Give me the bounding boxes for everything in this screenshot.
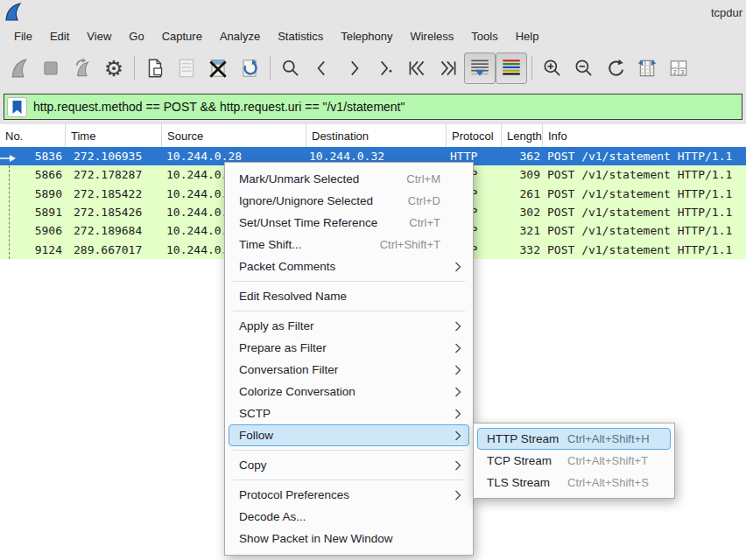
column-header-length[interactable]: Length [502, 124, 543, 147]
column-header-time[interactable]: Time [66, 124, 162, 147]
first-packet-button[interactable] [401, 52, 433, 84]
menu-item-decode-as[interactable]: Decode As... [229, 506, 469, 528]
cell-no: 5890 [0, 187, 66, 200]
menu-item-apply-as-filter[interactable]: Apply as Filter [229, 315, 469, 337]
submenu-item-tcp-stream[interactable]: TCP Stream Ctrl+Alt+Shift+T [477, 450, 671, 472]
wireshark-fin-icon [3, 2, 24, 26]
toolbar-separator [134, 56, 135, 80]
stop-capture-button[interactable] [35, 52, 67, 84]
filter-toolbar: http.request.method == POST && http.requ… [0, 89, 746, 124]
zoom-out-icon [573, 57, 595, 80]
open-file-icon [144, 57, 166, 80]
main-toolbar: ⚙ [0, 47, 746, 89]
resize-columns-button[interactable] [631, 52, 663, 84]
menu-item-prepare-as-filter[interactable]: Prepare as Filter [229, 337, 469, 359]
zoom-out-button[interactable] [568, 52, 600, 84]
submenu-item-http-stream[interactable]: HTTP Stream Ctrl+Alt+Shift+H [477, 428, 671, 450]
save-file-button[interactable] [171, 52, 202, 84]
submenu-chevron-icon [454, 261, 461, 272]
submenu-chevron-icon [454, 408, 461, 419]
open-file-button[interactable] [139, 52, 171, 84]
menu-item-packet-comments[interactable]: Packet Comments [229, 256, 469, 277]
start-capture-button[interactable] [4, 52, 35, 84]
menu-item-copy[interactable]: Copy [229, 454, 469, 476]
menu-tools[interactable]: Tools [462, 26, 506, 46]
start-capture-fin-icon [8, 57, 31, 80]
capture-options-button[interactable]: ⚙ [98, 52, 130, 84]
submenu-item-label: TCP Stream [487, 454, 567, 467]
menu-item-shortcut: Ctrl+D [408, 194, 440, 207]
menu-analyze[interactable]: Analyze [211, 26, 269, 46]
zoom-reset-icon [604, 57, 627, 80]
menu-item-label: Apply as Filter [239, 319, 314, 332]
auto-scroll-button[interactable] [464, 52, 496, 84]
submenu-chevron-icon [454, 342, 461, 354]
menu-item-label: Packet Comments [239, 260, 335, 273]
go-to-packet-button[interactable] [369, 52, 401, 84]
menu-item-follow[interactable]: Follow [229, 424, 469, 446]
close-file-button[interactable] [202, 52, 234, 84]
colorize-packets-button[interactable] [496, 52, 527, 84]
menu-separator [233, 450, 465, 451]
menu-statistics[interactable]: Statistics [269, 26, 332, 46]
menu-edit[interactable]: Edit [41, 26, 78, 46]
menu-wireless[interactable]: Wireless [401, 26, 462, 46]
submenu-chevron-icon [454, 430, 461, 441]
cell-length: 309 [502, 168, 543, 181]
menu-item-time-shift[interactable]: Time Shift... Ctrl+Shift+T [229, 234, 469, 256]
column-header-source[interactable]: Source [162, 124, 306, 147]
menu-item-protocol-preferences[interactable]: Protocol Preferences [229, 484, 469, 506]
layout-1-2-3-icon: 1 2 3 [667, 57, 690, 80]
conversation-dash-line [9, 165, 10, 259]
menu-view[interactable]: View [78, 26, 120, 46]
menu-item-colorize-conversation[interactable]: Colorize Conversation [229, 381, 469, 402]
menu-item-time-reference[interactable]: Set/Unset Time Reference Ctrl+T [229, 212, 469, 234]
svg-text:1: 1 [677, 61, 680, 67]
menu-item-show-packet-new-window[interactable]: Show Packet in New Window [229, 528, 469, 550]
selected-packet-arrow-icon [0, 151, 18, 167]
column-header-no[interactable]: No. [0, 124, 66, 147]
menu-go[interactable]: Go [120, 26, 152, 46]
submenu-item-tls-stream[interactable]: TLS Stream Ctrl+Alt+Shift+S [477, 472, 671, 494]
menu-item-sctp[interactable]: SCTP [229, 402, 469, 424]
cell-length: 362 [502, 150, 543, 163]
svg-text:2: 2 [673, 69, 677, 75]
menu-telephony[interactable]: Telephony [332, 26, 401, 46]
filter-bookmark-button[interactable] [7, 97, 27, 117]
menu-item-label: Decode As... [239, 510, 306, 523]
menu-help[interactable]: Help [507, 26, 548, 46]
menu-item-mark-unmark[interactable]: Mark/Unmark Selected Ctrl+M [229, 168, 469, 190]
previous-packet-button[interactable] [306, 52, 338, 84]
menu-item-edit-resolved-name[interactable]: Edit Resolved Name [229, 285, 469, 307]
cell-time: 272.185422 [66, 187, 162, 200]
menu-item-ignore-unignore[interactable]: Ignore/Unignore Selected Ctrl+D [229, 190, 469, 212]
cell-info: POST /v1/statement HTTP/1.1 [543, 224, 746, 237]
menu-item-label: Conversation Filter [239, 363, 338, 376]
packet-context-menu: Mark/Unmark Selected Ctrl+M Ignore/Unign… [224, 162, 474, 556]
menu-item-label: SCTP [239, 407, 271, 420]
next-packet-button[interactable] [338, 52, 369, 84]
reload-file-icon [238, 57, 261, 80]
reload-file-button[interactable] [234, 52, 265, 84]
colorize-icon [500, 57, 523, 80]
submenu-item-label: HTTP Stream [487, 432, 567, 445]
display-filter-input[interactable]: http.request.method == POST && http.requ… [4, 94, 742, 120]
column-header-info[interactable]: Info [543, 124, 746, 147]
cell-time: 272.178287 [66, 168, 162, 181]
zoom-reset-button[interactable] [600, 52, 631, 84]
menu-item-shortcut: Ctrl+Shift+T [380, 238, 440, 251]
column-header-destination[interactable]: Destination [306, 124, 447, 147]
zoom-in-button[interactable] [537, 52, 568, 84]
menu-item-conversation-filter[interactable]: Conversation Filter [229, 359, 469, 381]
submenu-item-label: TLS Stream [487, 476, 567, 489]
last-packet-button[interactable] [433, 52, 464, 84]
restart-capture-button[interactable] [67, 52, 98, 84]
submenu-item-shortcut: Ctrl+Alt+Shift+S [567, 476, 649, 489]
find-packet-button[interactable] [275, 52, 306, 84]
menu-file[interactable]: File [5, 26, 41, 46]
menu-item-label: Show Packet in New Window [239, 532, 393, 545]
layout-chooser-button[interactable]: 1 2 3 [663, 52, 694, 84]
menu-capture[interactable]: Capture [153, 26, 211, 46]
submenu-chevron-icon [454, 459, 461, 471]
column-header-protocol[interactable]: Protocol [447, 124, 502, 147]
